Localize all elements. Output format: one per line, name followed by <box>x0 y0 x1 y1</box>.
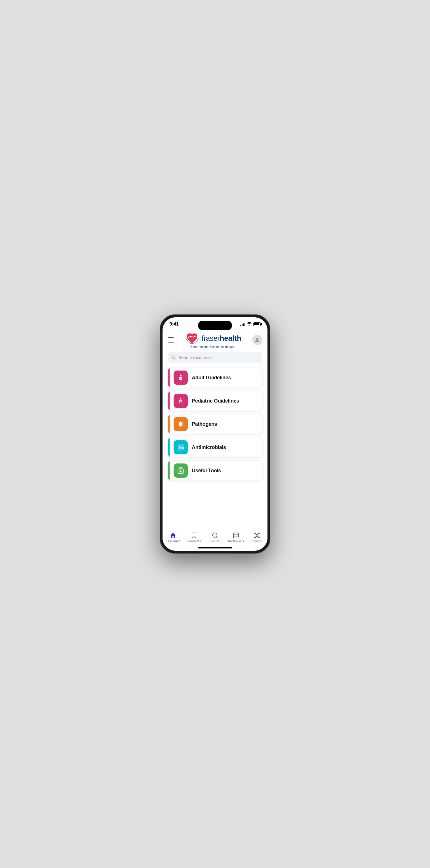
logo-fraser: fraser <box>202 334 220 343</box>
dashboard-tab-icon <box>170 532 176 539</box>
logo-container: fraser health Better health. Best in hea… <box>174 332 252 348</box>
bookmarks-tab-icon <box>191 532 197 539</box>
search-tab-label: Search <box>210 540 220 543</box>
svg-point-0 <box>256 338 258 340</box>
status-icons <box>240 322 261 327</box>
signal-icon <box>240 322 245 326</box>
logo-row: fraser health <box>185 332 241 345</box>
search-bar-icon <box>172 355 176 360</box>
menu-list: Adult Guidelines Pediatric Guidelines <box>163 367 267 529</box>
status-time: 9:41 <box>169 321 179 327</box>
pathogens-icon-wrap <box>174 417 188 431</box>
app-header: fraser health Better health. Best in hea… <box>163 329 267 352</box>
menu-item-antimicrobials[interactable]: Rx Antimicrobials <box>168 437 262 458</box>
svg-point-20 <box>212 533 217 537</box>
logo-text: fraser health <box>202 334 241 343</box>
antimicrobials-icon-wrap: Rx <box>174 440 188 455</box>
phone-screen: 9:41 <box>163 317 267 551</box>
home-indicator <box>163 545 267 551</box>
tools-icon <box>177 467 185 474</box>
svg-line-12 <box>182 425 182 426</box>
svg-point-25 <box>254 533 256 534</box>
menu-item-useful-tools[interactable]: Useful Tools <box>168 460 262 481</box>
svg-point-5 <box>180 398 181 399</box>
tab-bar: Dashboard Bookmarks Search <box>163 529 267 545</box>
logo-tagline: Better health. Best in health care. <box>191 345 235 348</box>
hamburger-menu-button[interactable] <box>168 337 174 342</box>
svg-point-21 <box>235 534 235 535</box>
battery-icon <box>253 322 261 326</box>
menu-item-adult-guidelines[interactable]: Adult Guidelines <box>168 367 262 388</box>
adult-guidelines-label: Adult Guidelines <box>192 375 231 381</box>
pathogens-accent <box>168 414 170 434</box>
pathogens-label: Pathogens <box>192 421 217 427</box>
svg-line-13 <box>182 422 182 423</box>
profile-icon <box>254 337 260 343</box>
search-bar[interactable]: Search resources <box>168 352 262 363</box>
pediatric-guidelines-accent <box>168 391 170 411</box>
tab-dashboard[interactable]: Dashboard <box>165 532 181 543</box>
svg-point-28 <box>258 537 260 538</box>
tab-bookmarks[interactable]: Bookmarks <box>185 532 202 543</box>
phone-frame: 9:41 <box>160 314 270 554</box>
svg-point-22 <box>236 534 236 535</box>
menu-item-pathogens[interactable]: Pathogens <box>168 414 262 434</box>
adult-icon <box>177 374 185 381</box>
pediatric-icon <box>177 397 185 405</box>
antimicrobials-accent <box>168 437 170 457</box>
dashboard-tab-label: Dashboard <box>165 540 180 543</box>
svg-point-27 <box>254 537 256 538</box>
antimicrobials-label: Antimicrobials <box>192 444 226 451</box>
search-tab-icon <box>211 532 219 539</box>
adult-guidelines-icon-wrap <box>174 371 188 385</box>
app-content: fraser health Better health. Best in hea… <box>163 329 267 551</box>
svg-point-2 <box>180 374 181 376</box>
tab-notifications[interactable]: Notifications <box>228 532 245 543</box>
svg-line-29 <box>256 534 257 535</box>
tab-connect[interactable]: Connect <box>249 532 265 543</box>
svg-text:Rx: Rx <box>179 445 184 450</box>
profile-button[interactable] <box>252 335 262 345</box>
useful-tools-label: Useful Tools <box>192 468 221 474</box>
rx-icon: Rx <box>176 443 185 452</box>
svg-line-31 <box>256 536 257 537</box>
pediatric-guidelines-icon-wrap <box>174 394 188 408</box>
pediatric-guidelines-label: Pediatric Guidelines <box>192 398 239 404</box>
wifi-icon <box>247 322 252 327</box>
notifications-tab-label: Notifications <box>228 540 244 543</box>
logo-health: health <box>220 334 241 343</box>
dynamic-island <box>198 321 232 330</box>
svg-point-1 <box>172 356 175 359</box>
search-input-placeholder: Search resources <box>178 355 212 360</box>
svg-rect-4 <box>179 379 182 380</box>
pathogen-icon <box>177 420 185 428</box>
adult-guidelines-accent <box>168 368 170 388</box>
bookmarks-tab-label: Bookmarks <box>187 540 201 543</box>
search-container: Search resources <box>163 352 267 367</box>
svg-point-24 <box>256 534 258 536</box>
svg-point-26 <box>258 533 260 534</box>
connect-tab-icon <box>254 532 260 539</box>
useful-tools-icon-wrap <box>174 463 188 477</box>
menu-item-pediatric-guidelines[interactable]: Pediatric Guidelines <box>168 391 262 411</box>
svg-point-23 <box>237 534 237 535</box>
svg-line-32 <box>257 536 259 537</box>
useful-tools-accent <box>168 461 170 480</box>
connect-tab-label: Connect <box>252 540 262 543</box>
svg-line-14 <box>179 425 179 426</box>
notifications-tab-icon <box>233 532 239 539</box>
svg-line-11 <box>179 422 179 423</box>
tab-search[interactable]: Search <box>206 532 224 543</box>
svg-line-30 <box>257 534 259 535</box>
fraser-health-logo-icon <box>185 332 199 345</box>
